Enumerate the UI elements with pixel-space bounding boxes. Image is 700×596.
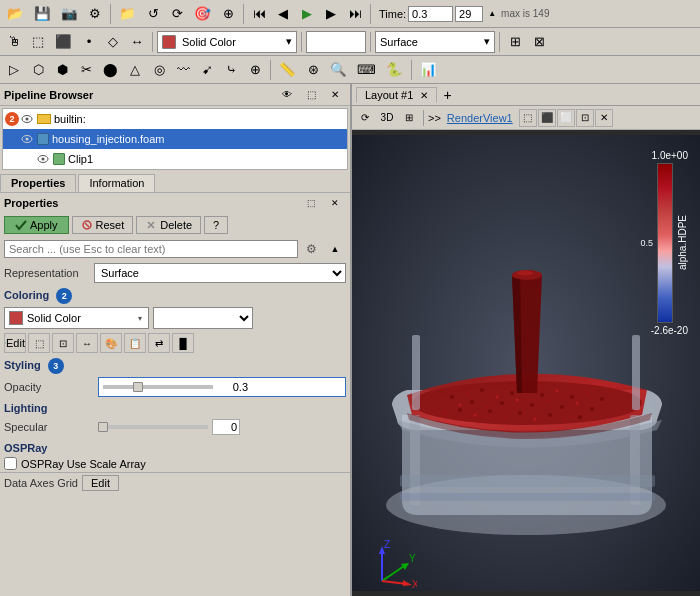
interact-button[interactable]: 🖱 bbox=[3, 31, 25, 53]
poly-select-button[interactable]: ◇ bbox=[102, 31, 124, 53]
layout-tab-1[interactable]: Layout #1 ✕ bbox=[356, 87, 437, 103]
threshold-tool[interactable]: △ bbox=[124, 59, 146, 81]
render-icon-4[interactable]: ⊡ bbox=[576, 109, 594, 127]
reset-button[interactable]: Reset bbox=[72, 216, 134, 234]
query-tool[interactable]: 🔍 bbox=[326, 59, 351, 81]
play-back-begin-button[interactable]: ⏮ bbox=[248, 3, 270, 25]
filter-button[interactable]: ⬡ bbox=[27, 59, 49, 81]
render-axes-btn[interactable]: ⊞ bbox=[399, 108, 419, 128]
open2-button[interactable]: 📁 bbox=[115, 3, 140, 25]
tab-properties[interactable]: Properties bbox=[0, 174, 76, 192]
color-block-button[interactable]: █ bbox=[172, 333, 194, 353]
frame-up-button[interactable]: ▲ bbox=[485, 8, 499, 19]
legend-button[interactable]: 📋 bbox=[124, 333, 146, 353]
specular-slider[interactable] bbox=[98, 425, 208, 429]
macro-tool[interactable]: ⌨ bbox=[353, 59, 380, 81]
surface-dropdown[interactable]: Surface ▾ bbox=[375, 31, 495, 53]
extract-button[interactable]: ⬢ bbox=[51, 59, 73, 81]
search-gear-button[interactable]: ⚙ bbox=[300, 239, 322, 259]
cam2-button[interactable]: ⊕ bbox=[217, 3, 239, 25]
rescale-button[interactable]: ⬚ bbox=[28, 333, 50, 353]
render-reset-btn[interactable]: ⟳ bbox=[355, 108, 375, 128]
recalc-button[interactable]: ⟳ bbox=[166, 3, 188, 25]
grow-button[interactable]: ↔ bbox=[126, 31, 148, 53]
render-view-link[interactable]: RenderView1 bbox=[447, 112, 513, 124]
render-icon-2[interactable]: ⬛ bbox=[538, 109, 556, 127]
cam-button[interactable]: 🎯 bbox=[190, 3, 215, 25]
open-button[interactable]: 📂 bbox=[3, 3, 28, 25]
coloring-second-select[interactable] bbox=[153, 307, 253, 329]
slice-tool[interactable]: ⬤ bbox=[99, 59, 122, 81]
layout-tab-close[interactable]: ✕ bbox=[420, 90, 428, 101]
play-back-button[interactable]: ◀ bbox=[272, 3, 294, 25]
tree-item-builtin[interactable]: 2 builtin: bbox=[3, 109, 347, 129]
play-fwd-button[interactable]: ▶ bbox=[320, 3, 342, 25]
apply-button[interactable]: Apply bbox=[4, 216, 69, 234]
svg-rect-55 bbox=[400, 493, 655, 501]
time-input[interactable] bbox=[408, 6, 453, 22]
settings-button[interactable]: ⚙ bbox=[84, 3, 106, 25]
ruler-tool[interactable]: 📏 bbox=[275, 59, 300, 81]
stream-tool[interactable]: 〰 bbox=[172, 59, 194, 81]
search-input[interactable] bbox=[4, 240, 298, 258]
data-axes-edit-button[interactable]: Edit bbox=[82, 475, 119, 491]
reload-button[interactable]: ↺ bbox=[142, 3, 164, 25]
render-icon-1[interactable]: ⬚ bbox=[519, 109, 537, 127]
render-3d-btn[interactable]: 3D bbox=[377, 108, 397, 128]
rescale-all-button[interactable]: ↔ bbox=[76, 333, 98, 353]
source-button[interactable]: ▷ bbox=[3, 59, 25, 81]
delete-button[interactable]: Delete bbox=[136, 216, 201, 234]
warp-tool[interactable]: ⤷ bbox=[220, 59, 242, 81]
orient-button[interactable]: ⊞ bbox=[504, 31, 526, 53]
svg-point-41 bbox=[504, 416, 507, 419]
select-button[interactable]: ⬚ bbox=[27, 31, 49, 53]
color-swatch bbox=[9, 311, 23, 325]
render-icons: ⬚ ⬛ ⬜ ⊡ ✕ bbox=[519, 109, 613, 127]
render-icon-close[interactable]: ✕ bbox=[595, 109, 613, 127]
specular-value[interactable] bbox=[212, 419, 240, 435]
solid-color-dropdown[interactable]: Solid Color ▾ bbox=[157, 31, 297, 53]
iso-tool[interactable]: ◎ bbox=[148, 59, 170, 81]
apply-icon bbox=[15, 219, 27, 231]
specular-label: Specular bbox=[4, 421, 94, 433]
rescale-custom-button[interactable]: ⊡ bbox=[52, 333, 74, 353]
clip-tool[interactable]: ✂ bbox=[75, 59, 97, 81]
play-button[interactable]: ▶ bbox=[296, 3, 318, 25]
separator5 bbox=[301, 32, 302, 52]
reset-view-button[interactable]: ⊠ bbox=[528, 31, 550, 53]
colormap-button[interactable]: 🎨 bbox=[100, 333, 122, 353]
surface-select-button[interactable]: ⬛ bbox=[51, 31, 76, 53]
help-button[interactable]: ? bbox=[204, 216, 228, 234]
edit-coloring-button[interactable]: Edit bbox=[4, 333, 26, 353]
scroll-up-button[interactable]: ▲ bbox=[324, 239, 346, 259]
render-icon-3[interactable]: ⬜ bbox=[557, 109, 575, 127]
pipeline-float-button[interactable]: ⬚ bbox=[300, 86, 322, 104]
toolbar-row-2: 🖱 ⬚ ⬛ • ◇ ↔ Solid Color ▾ Surface ▾ ⊞ ⊠ bbox=[0, 28, 700, 56]
ospray-checkbox[interactable] bbox=[4, 457, 17, 470]
svg-point-1 bbox=[26, 118, 29, 121]
glyph-tool[interactable]: ➹ bbox=[196, 59, 218, 81]
opacity-slider[interactable] bbox=[103, 385, 213, 389]
play-fwd-end-button[interactable]: ⏭ bbox=[344, 3, 366, 25]
tree-item-clip[interactable]: Clip1 bbox=[3, 149, 347, 169]
prop-float-button[interactable]: ⬚ bbox=[300, 195, 322, 211]
opacity-value[interactable] bbox=[213, 381, 248, 393]
probe-tool[interactable]: ⊛ bbox=[302, 59, 324, 81]
coloring-select[interactable]: Solid Color ▾ bbox=[4, 307, 149, 329]
pipeline-close-button[interactable]: ✕ bbox=[324, 86, 346, 104]
group-tool[interactable]: ⊕ bbox=[244, 59, 266, 81]
representation-select[interactable]: Surface Wireframe Points bbox=[94, 263, 346, 283]
svg-line-7 bbox=[85, 223, 89, 227]
tab-information[interactable]: Information bbox=[78, 174, 155, 192]
python-tool[interactable]: 🐍 bbox=[382, 59, 407, 81]
frame-input[interactable] bbox=[455, 6, 483, 22]
point-select-button[interactable]: • bbox=[78, 31, 100, 53]
screenshot-button[interactable]: 📷 bbox=[57, 3, 82, 25]
invert-button[interactable]: ⇄ bbox=[148, 333, 170, 353]
pipeline-eye-button[interactable]: 👁 bbox=[276, 86, 298, 104]
prop-close-button[interactable]: ✕ bbox=[324, 195, 346, 211]
tree-item-file[interactable]: housing_injection.foam bbox=[3, 129, 347, 149]
memory-tool[interactable]: 📊 bbox=[416, 59, 441, 81]
add-layout-button[interactable]: + bbox=[439, 87, 455, 103]
save-button[interactable]: 💾 bbox=[30, 3, 55, 25]
